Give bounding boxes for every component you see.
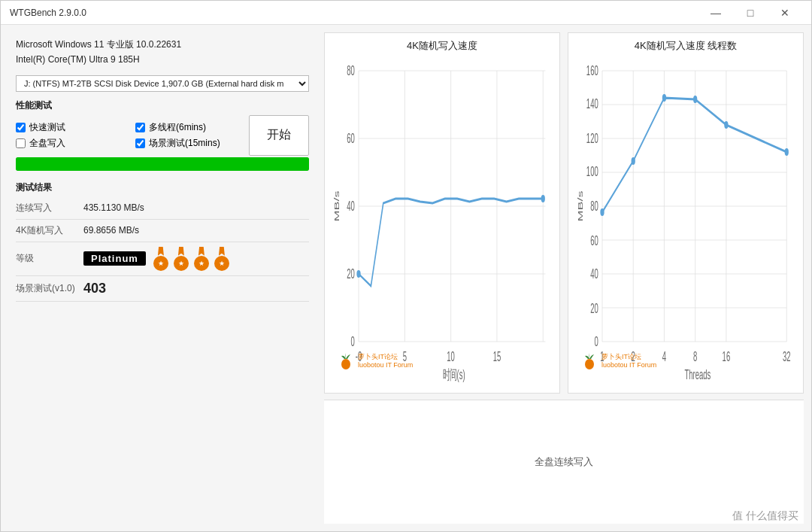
- scenario-label: 场景测试(15mins): [149, 137, 220, 150]
- chart2-area: 0 20 40 60 80 100 120 140 160 1 2: [574, 56, 797, 387]
- svg-point-62: [585, 359, 594, 369]
- svg-point-57: [632, 157, 635, 165]
- svg-text:20: 20: [590, 301, 598, 316]
- svg-text:60: 60: [347, 131, 355, 146]
- window-controls: — □ ✕: [698, 1, 802, 25]
- results-section: 测试结果 连续写入 435.1130 MB/s 4K随机写入 69.8656 M…: [16, 181, 309, 302]
- chart1-watermark: 萝卜头IT论坛 luobotou IT Forum: [337, 352, 413, 370]
- svg-text:0: 0: [594, 334, 598, 349]
- full-write-option: 全盘写入: [16, 137, 129, 150]
- seq-write-label: 连续写入: [16, 202, 83, 214]
- seq-write-value: 435.1130 MB/s: [83, 202, 144, 213]
- maximize-button[interactable]: □: [733, 1, 768, 25]
- svg-text:140: 140: [586, 96, 598, 111]
- right-panel: 4K随机写入速度: [324, 25, 811, 531]
- svg-text:时间(s): 时间(s): [443, 367, 465, 382]
- svg-point-22: [541, 195, 545, 202]
- svg-point-58: [662, 94, 666, 102]
- main-content: Microsoft Windows 11 专业版 10.0.22631 Inte…: [1, 25, 811, 531]
- svg-text:15: 15: [493, 349, 501, 364]
- disk-select[interactable]: J: (NTFS) MT-2TB SCSI Disk Device 1,907.…: [16, 75, 309, 92]
- seq-write-row: 连续写入 435.1130 MB/s: [16, 197, 309, 220]
- quick-test-checkbox[interactable]: [16, 123, 26, 132]
- carrot-icon2: [580, 352, 598, 370]
- scenario-checkbox[interactable]: [135, 138, 145, 148]
- chart2-title: 4K随机写入速度 线程数: [574, 39, 797, 53]
- random-write-label: 4K随机写入: [16, 224, 83, 237]
- carrot-icon1: [337, 352, 355, 370]
- left-panel: Microsoft Windows 11 专业版 10.0.22631 Inte…: [1, 25, 324, 531]
- multi-thread-label: 多线程(6mins): [149, 121, 206, 134]
- progress-bar-container: [16, 157, 309, 171]
- cpu-info: Intel(R) Core(TM) Ultra 9 185H: [16, 52, 309, 67]
- medal-1: ★: [153, 247, 168, 271]
- grade-row: 等级 Platinum ★ ★ ★: [16, 242, 309, 276]
- charts-row: 4K随机写入速度: [324, 32, 804, 394]
- svg-text:0: 0: [350, 334, 354, 349]
- system-info: Microsoft Windows 11 专业版 10.0.22631 Inte…: [16, 37, 309, 68]
- scenario-row: 场景测试(v1.0) 403: [16, 276, 309, 302]
- svg-text:Threads: Threads: [684, 367, 710, 382]
- svg-text:80: 80: [590, 199, 598, 214]
- medal-3: ★: [194, 247, 209, 271]
- svg-point-59: [693, 96, 697, 103]
- svg-text:80: 80: [347, 63, 355, 78]
- svg-text:4: 4: [662, 349, 666, 364]
- progress-bar-fill: [16, 157, 309, 171]
- random-write-value: 69.8656 MB/s: [83, 225, 139, 236]
- page-watermark: 值 什么值得买: [732, 509, 798, 523]
- chart2-svg: 0 20 40 60 80 100 120 140 160 1 2: [574, 56, 797, 387]
- perf-section: 性能测试 快速测试 多线程(6mins): [16, 99, 309, 171]
- chart1-container: 4K随机写入速度: [324, 32, 560, 394]
- chart1-area: 0 20 40 60 80 -0 5 10 15 MB/s: [331, 56, 553, 387]
- app-window: WTGBench 2.9.0.0 — □ ✕ Microsoft Windows…: [0, 0, 812, 532]
- medal-4: ★: [214, 247, 229, 271]
- svg-text:8: 8: [693, 349, 697, 364]
- options-grid: 快速测试 多线程(6mins) 全盘写入: [16, 121, 249, 150]
- results-title: 测试结果: [16, 181, 309, 194]
- svg-text:10: 10: [447, 349, 455, 364]
- grade-label: 等级: [16, 252, 83, 265]
- svg-text:MB/s: MB/s: [332, 191, 341, 222]
- options-left: 快速测试 多线程(6mins) 全盘写入: [16, 121, 249, 150]
- window-title: WTGBench 2.9.0.0: [10, 8, 698, 18]
- options-row: 快速测试 多线程(6mins) 全盘写入: [16, 115, 309, 156]
- medals: ★ ★ ★ ★: [153, 247, 232, 271]
- multi-thread-option: 多线程(6mins): [135, 121, 249, 134]
- svg-text:60: 60: [590, 233, 598, 248]
- quick-test-option: 快速测试: [16, 121, 129, 134]
- chart1-watermark-text: 萝卜头IT论坛 luobotou IT Forum: [358, 353, 413, 369]
- chart2-watermark-text: 萝卜头IT论坛 luobotou IT Forum: [601, 353, 656, 369]
- chart2-watermark: 萝卜头IT论坛 luobotou IT Forum: [580, 352, 656, 370]
- svg-text:100: 100: [586, 164, 598, 179]
- platinum-badge: Platinum: [83, 251, 146, 266]
- quick-test-label: 快速测试: [29, 121, 65, 134]
- svg-point-56: [600, 208, 604, 216]
- svg-text:40: 40: [590, 266, 598, 281]
- svg-point-60: [724, 121, 728, 129]
- chart1-title: 4K随机写入速度: [331, 39, 553, 53]
- svg-text:20: 20: [347, 266, 355, 281]
- svg-text:40: 40: [347, 199, 355, 214]
- random-write-row: 4K随机写入 69.8656 MB/s: [16, 220, 309, 242]
- svg-point-61: [785, 148, 789, 156]
- perf-section-title: 性能测试: [16, 99, 309, 112]
- full-write-checkbox[interactable]: [16, 138, 26, 148]
- os-info: Microsoft Windows 11 专业版 10.0.22631: [16, 37, 309, 52]
- svg-text:120: 120: [586, 131, 598, 146]
- chart1-svg: 0 20 40 60 80 -0 5 10 15 MB/s: [331, 56, 553, 387]
- svg-text:MB/s: MB/s: [576, 191, 584, 222]
- svg-point-23: [341, 359, 350, 369]
- multi-thread-checkbox[interactable]: [135, 123, 145, 132]
- full-write-label: 全盘写入: [29, 137, 65, 150]
- scenario-result-value: 403: [83, 281, 106, 296]
- start-button[interactable]: 开始: [249, 115, 309, 156]
- svg-text:160: 160: [586, 63, 598, 78]
- svg-point-21: [356, 270, 360, 278]
- title-bar: WTGBench 2.9.0.0 — □ ✕: [1, 1, 811, 25]
- close-button[interactable]: ✕: [768, 1, 802, 25]
- bottom-panel: 全盘连续写入: [324, 400, 804, 524]
- svg-text:32: 32: [783, 349, 791, 364]
- scenario-option: 场景测试(15mins): [135, 137, 249, 150]
- minimize-button[interactable]: —: [698, 1, 733, 25]
